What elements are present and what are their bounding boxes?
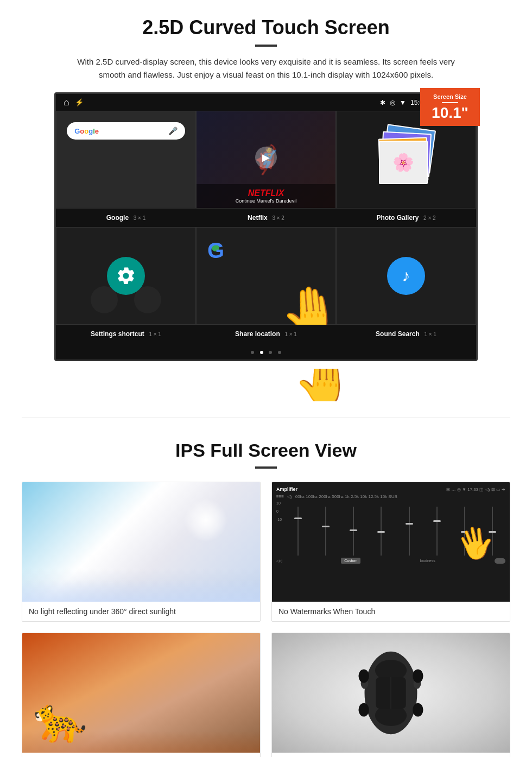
amp-icons: ⊞ … ◎ ▼ 17:33 ◫ ◁) ⊠ ▭ ➔ xyxy=(446,487,505,492)
feature-sunlight: No light reflecting under 360° direct su… xyxy=(22,482,261,622)
netflix-subtitle: Continue Marvel's Daredevil xyxy=(201,198,331,204)
google-logo: Google xyxy=(74,127,99,135)
car-caption: Large Viewing Angle xyxy=(272,753,510,757)
badge-size: 10.1" xyxy=(432,104,468,121)
usb-icon: ⚡ xyxy=(75,98,84,106)
app-grid-row2: G 🤚 ♪ xyxy=(56,227,476,325)
section-ips-screen: IPS Full Screen View No light reflecting… xyxy=(0,434,532,757)
app-label-gallery: Photo Gallery 2 × 2 xyxy=(336,212,476,224)
netflix-app-name: Netflix xyxy=(248,214,268,222)
dot-2 xyxy=(260,351,263,354)
amp-slider-2 xyxy=(313,507,339,556)
section-divider xyxy=(22,418,510,418)
wifi-icon: ▼ xyxy=(400,99,406,106)
app-cell-google[interactable]: Google 🎤 xyxy=(56,111,196,209)
amp-slider-1 xyxy=(285,507,311,556)
netflix-overlay: NETFLIX Continue Marvel's Daredevil xyxy=(197,184,335,208)
netflix-app-size: 3 × 2 xyxy=(269,215,284,221)
amp-toggle[interactable] xyxy=(495,558,505,564)
home-icon[interactable]: ⌂ xyxy=(64,97,69,108)
slider-track-3 xyxy=(353,507,354,556)
cheetah-gradient xyxy=(22,731,260,753)
car-top-svg xyxy=(342,644,440,742)
app-label-settings: Settings shortcut 1 × 1 xyxy=(56,328,196,340)
photo-card-main: 🌸 xyxy=(379,141,428,184)
svg-point-7 xyxy=(413,669,423,683)
app-label-share: Share location 1 × 1 xyxy=(196,328,336,340)
app-cell-settings[interactable] xyxy=(56,227,196,325)
section1-title: 2.5D Curved Touch Screen xyxy=(33,16,499,39)
amp-loudness-label: loudness xyxy=(420,559,435,563)
svg-point-6 xyxy=(358,669,369,683)
svg-point-9 xyxy=(413,703,423,717)
netflix-logo: NETFLIX xyxy=(201,188,331,198)
app-label-netflix: Netflix 3 × 2 xyxy=(196,212,336,224)
ghost-circle-1 xyxy=(91,286,118,313)
sunlight-image xyxy=(22,482,260,602)
app-cell-sound[interactable]: ♪ xyxy=(336,227,476,325)
google-search-bar[interactable]: Google 🎤 xyxy=(67,122,185,140)
amp-back: ◁◁ xyxy=(276,559,282,563)
pagination-dots xyxy=(56,343,476,359)
share-app-name: Share location xyxy=(235,330,280,338)
section2-divider xyxy=(255,466,277,469)
dot-4 xyxy=(278,351,281,354)
section1-description: With 2.5D curved-display screen, this de… xyxy=(76,55,456,81)
slider-handle-5 xyxy=(406,523,413,525)
app-label-row2: Settings shortcut 1 × 1 Share location 1… xyxy=(56,325,476,343)
amp-slider-4 xyxy=(368,507,394,556)
amp-custom-btn[interactable]: Custom xyxy=(341,558,360,564)
sunlight-caption: No light reflecting under 360° direct su… xyxy=(22,602,260,621)
feature-amplifier: Amplifier ⊞ … ◎ ▼ 17:33 ◫ ◁) ⊠ ▭ ➔ ≡≡≡ ◁… xyxy=(271,482,510,622)
dot-1 xyxy=(251,351,254,354)
features-grid: No light reflecting under 360° direct su… xyxy=(22,482,510,757)
app-label-google: Google 3 × 1 xyxy=(56,212,196,224)
status-bar-left: ⌂ ⚡ xyxy=(64,97,84,108)
section-curved-screen: 2.5D Curved Touch Screen With 2.5D curve… xyxy=(0,0,532,374)
section1-divider xyxy=(255,45,277,47)
dot-3 xyxy=(269,351,272,354)
google-app-name: Google xyxy=(106,214,129,222)
app-grid-row1: Google 🎤 🦸 ▶ NETFLIX xyxy=(56,111,476,209)
amplifier-caption: No Watermarks When Touch xyxy=(272,602,510,621)
amp-frequencies: 60hz 100hz 200hz 500hz 1k 2.5k 10k 12.5k… xyxy=(295,494,397,499)
slider-track-1 xyxy=(297,507,299,556)
settings-app-name: Settings shortcut xyxy=(91,330,144,338)
gallery-app-size: 2 × 2 xyxy=(421,215,436,221)
amp-title: Amplifier xyxy=(276,487,297,492)
amplifier-image: Amplifier ⊞ … ◎ ▼ 17:33 ◫ ◁) ⊠ ▭ ➔ ≡≡≡ ◁… xyxy=(272,482,510,602)
sky-gradient xyxy=(22,569,260,602)
slider-track-6 xyxy=(436,507,438,556)
app-label-row1: Google 3 × 1 Netflix 3 × 2 Photo Gallery… xyxy=(56,209,476,227)
mic-icon[interactable]: 🎤 xyxy=(168,127,178,135)
flower-emoji: 🌸 xyxy=(392,152,414,173)
slider-handle-2 xyxy=(322,526,330,527)
feature-cheetah: 🐆 Super Fast Response xyxy=(22,633,261,757)
share-app-size: 1 × 1 xyxy=(282,331,297,337)
sound-app-name: Sound Search xyxy=(376,330,420,338)
badge-title: Screen Size xyxy=(428,93,472,100)
screen-size-badge: Screen Size 10.1" xyxy=(420,88,480,126)
device-mockup: Screen Size 10.1" ⌂ ⚡ ✱ ◎ ▼ 15:06 ◫ ◁) ⊠ xyxy=(54,92,478,361)
sound-icon: ♪ xyxy=(387,257,425,295)
play-button[interactable]: ▶ xyxy=(255,147,277,168)
amp-slider-6 xyxy=(424,507,450,556)
bluetooth-icon: ✱ xyxy=(380,99,385,106)
cheetah-caption: Super Fast Response xyxy=(22,753,260,757)
badge-line xyxy=(442,102,458,103)
amp-y-labels: 100-10 xyxy=(276,501,282,521)
section2-title: IPS Full Screen View xyxy=(22,440,510,461)
app-cell-netflix[interactable]: 🦸 ▶ NETFLIX Continue Marvel's Daredevil xyxy=(196,111,336,209)
amp-sound-icon: ◁) xyxy=(287,494,292,499)
app-cell-share[interactable]: G 🤚 xyxy=(196,227,336,325)
extended-hand: 🤚 xyxy=(293,369,354,401)
settings-app-size: 1 × 1 xyxy=(146,331,161,337)
slider-track-4 xyxy=(381,507,382,556)
feature-car: Large Viewing Angle xyxy=(271,633,510,757)
slider-track-2 xyxy=(325,507,326,556)
pointing-hand: 🤚 xyxy=(278,281,336,325)
gallery-app-name: Photo Gallery xyxy=(376,214,419,222)
amp-controls: ≡≡≡ ◁) 60hz 100hz 200hz 500hz 1k 2.5k 10… xyxy=(276,494,505,499)
location-icon: ◎ xyxy=(390,99,395,106)
sun-glow xyxy=(184,499,227,542)
